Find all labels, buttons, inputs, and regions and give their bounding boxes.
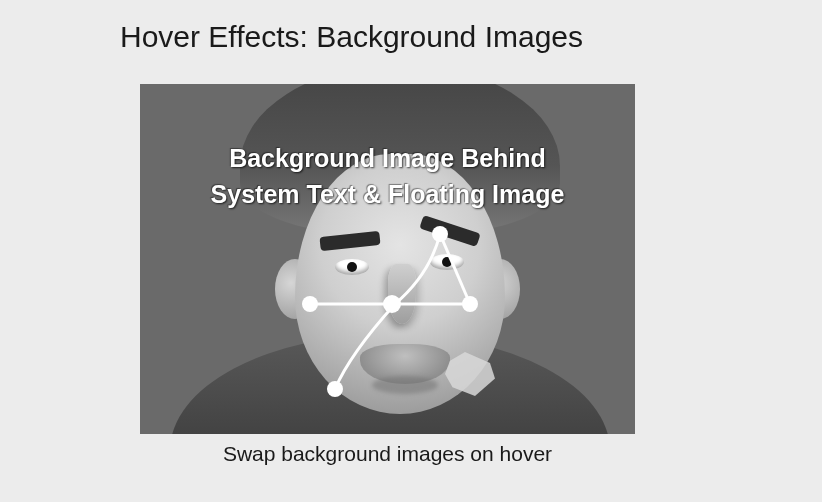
card-wrapper: Background Image Behind System Text & Fl… xyxy=(140,84,822,466)
hover-card[interactable]: Background Image Behind System Text & Fl… xyxy=(140,84,635,434)
svg-point-4 xyxy=(327,381,343,397)
svg-point-3 xyxy=(432,226,448,242)
overlay-text: Background Image Behind System Text & Fl… xyxy=(140,140,635,213)
svg-point-0 xyxy=(302,296,318,312)
overlay-line-2: System Text & Floating Image xyxy=(211,180,565,208)
page: Hover Effects: Background Images xyxy=(0,0,822,466)
page-title: Hover Effects: Background Images xyxy=(120,20,822,54)
overlay-line-1: Background Image Behind xyxy=(229,144,546,172)
svg-point-1 xyxy=(383,295,401,313)
card-caption: Swap background images on hover xyxy=(140,442,635,466)
network-graph-icon xyxy=(280,214,530,414)
svg-point-2 xyxy=(462,296,478,312)
